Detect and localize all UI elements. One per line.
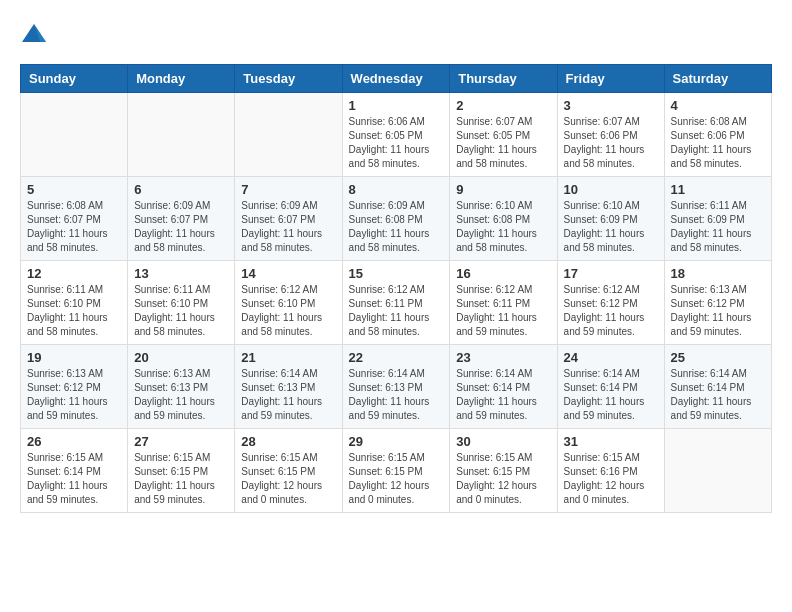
day-number: 13 — [134, 266, 228, 281]
calendar-cell: 25Sunrise: 6:14 AM Sunset: 6:14 PM Dayli… — [664, 345, 771, 429]
weekday-header: Saturday — [664, 65, 771, 93]
calendar-cell: 23Sunrise: 6:14 AM Sunset: 6:14 PM Dayli… — [450, 345, 557, 429]
day-number: 30 — [456, 434, 550, 449]
day-detail: Sunrise: 6:12 AM Sunset: 6:11 PM Dayligh… — [349, 283, 444, 339]
calendar-week-row: 26Sunrise: 6:15 AM Sunset: 6:14 PM Dayli… — [21, 429, 772, 513]
day-number: 4 — [671, 98, 765, 113]
calendar-cell: 20Sunrise: 6:13 AM Sunset: 6:13 PM Dayli… — [128, 345, 235, 429]
calendar-cell: 24Sunrise: 6:14 AM Sunset: 6:14 PM Dayli… — [557, 345, 664, 429]
day-detail: Sunrise: 6:09 AM Sunset: 6:07 PM Dayligh… — [134, 199, 228, 255]
day-detail: Sunrise: 6:14 AM Sunset: 6:13 PM Dayligh… — [241, 367, 335, 423]
calendar-cell: 3Sunrise: 6:07 AM Sunset: 6:06 PM Daylig… — [557, 93, 664, 177]
calendar-cell: 28Sunrise: 6:15 AM Sunset: 6:15 PM Dayli… — [235, 429, 342, 513]
day-number: 26 — [27, 434, 121, 449]
day-number: 21 — [241, 350, 335, 365]
weekday-header: Friday — [557, 65, 664, 93]
calendar-cell — [664, 429, 771, 513]
day-number: 10 — [564, 182, 658, 197]
day-number: 7 — [241, 182, 335, 197]
calendar-cell: 11Sunrise: 6:11 AM Sunset: 6:09 PM Dayli… — [664, 177, 771, 261]
day-detail: Sunrise: 6:09 AM Sunset: 6:08 PM Dayligh… — [349, 199, 444, 255]
day-number: 1 — [349, 98, 444, 113]
logo — [20, 20, 52, 48]
calendar-cell: 2Sunrise: 6:07 AM Sunset: 6:05 PM Daylig… — [450, 93, 557, 177]
calendar-week-row: 1Sunrise: 6:06 AM Sunset: 6:05 PM Daylig… — [21, 93, 772, 177]
calendar-cell — [21, 93, 128, 177]
day-detail: Sunrise: 6:07 AM Sunset: 6:05 PM Dayligh… — [456, 115, 550, 171]
day-number: 8 — [349, 182, 444, 197]
calendar-cell: 13Sunrise: 6:11 AM Sunset: 6:10 PM Dayli… — [128, 261, 235, 345]
day-detail: Sunrise: 6:12 AM Sunset: 6:12 PM Dayligh… — [564, 283, 658, 339]
calendar-table: SundayMondayTuesdayWednesdayThursdayFrid… — [20, 64, 772, 513]
day-detail: Sunrise: 6:11 AM Sunset: 6:10 PM Dayligh… — [134, 283, 228, 339]
day-detail: Sunrise: 6:08 AM Sunset: 6:06 PM Dayligh… — [671, 115, 765, 171]
calendar-cell: 14Sunrise: 6:12 AM Sunset: 6:10 PM Dayli… — [235, 261, 342, 345]
calendar-cell: 7Sunrise: 6:09 AM Sunset: 6:07 PM Daylig… — [235, 177, 342, 261]
day-number: 16 — [456, 266, 550, 281]
day-number: 19 — [27, 350, 121, 365]
day-number: 29 — [349, 434, 444, 449]
calendar-cell: 8Sunrise: 6:09 AM Sunset: 6:08 PM Daylig… — [342, 177, 450, 261]
day-number: 25 — [671, 350, 765, 365]
calendar-cell: 26Sunrise: 6:15 AM Sunset: 6:14 PM Dayli… — [21, 429, 128, 513]
day-detail: Sunrise: 6:15 AM Sunset: 6:14 PM Dayligh… — [27, 451, 121, 507]
weekday-header: Sunday — [21, 65, 128, 93]
calendar-cell: 18Sunrise: 6:13 AM Sunset: 6:12 PM Dayli… — [664, 261, 771, 345]
day-number: 20 — [134, 350, 228, 365]
calendar-cell: 4Sunrise: 6:08 AM Sunset: 6:06 PM Daylig… — [664, 93, 771, 177]
day-number: 3 — [564, 98, 658, 113]
calendar-cell: 17Sunrise: 6:12 AM Sunset: 6:12 PM Dayli… — [557, 261, 664, 345]
day-number: 9 — [456, 182, 550, 197]
day-number: 2 — [456, 98, 550, 113]
day-detail: Sunrise: 6:09 AM Sunset: 6:07 PM Dayligh… — [241, 199, 335, 255]
calendar-cell: 5Sunrise: 6:08 AM Sunset: 6:07 PM Daylig… — [21, 177, 128, 261]
calendar-week-row: 12Sunrise: 6:11 AM Sunset: 6:10 PM Dayli… — [21, 261, 772, 345]
day-detail: Sunrise: 6:06 AM Sunset: 6:05 PM Dayligh… — [349, 115, 444, 171]
day-detail: Sunrise: 6:15 AM Sunset: 6:15 PM Dayligh… — [134, 451, 228, 507]
day-detail: Sunrise: 6:11 AM Sunset: 6:09 PM Dayligh… — [671, 199, 765, 255]
day-detail: Sunrise: 6:12 AM Sunset: 6:10 PM Dayligh… — [241, 283, 335, 339]
calendar-cell: 10Sunrise: 6:10 AM Sunset: 6:09 PM Dayli… — [557, 177, 664, 261]
day-detail: Sunrise: 6:14 AM Sunset: 6:14 PM Dayligh… — [456, 367, 550, 423]
day-detail: Sunrise: 6:15 AM Sunset: 6:15 PM Dayligh… — [456, 451, 550, 507]
calendar-cell: 27Sunrise: 6:15 AM Sunset: 6:15 PM Dayli… — [128, 429, 235, 513]
calendar-cell: 21Sunrise: 6:14 AM Sunset: 6:13 PM Dayli… — [235, 345, 342, 429]
day-number: 23 — [456, 350, 550, 365]
calendar-cell — [235, 93, 342, 177]
day-number: 15 — [349, 266, 444, 281]
day-detail: Sunrise: 6:11 AM Sunset: 6:10 PM Dayligh… — [27, 283, 121, 339]
calendar-cell: 12Sunrise: 6:11 AM Sunset: 6:10 PM Dayli… — [21, 261, 128, 345]
day-detail: Sunrise: 6:15 AM Sunset: 6:15 PM Dayligh… — [349, 451, 444, 507]
page-header — [20, 20, 772, 48]
weekday-header: Monday — [128, 65, 235, 93]
calendar-cell: 9Sunrise: 6:10 AM Sunset: 6:08 PM Daylig… — [450, 177, 557, 261]
day-detail: Sunrise: 6:08 AM Sunset: 6:07 PM Dayligh… — [27, 199, 121, 255]
day-detail: Sunrise: 6:14 AM Sunset: 6:14 PM Dayligh… — [564, 367, 658, 423]
day-detail: Sunrise: 6:13 AM Sunset: 6:12 PM Dayligh… — [27, 367, 121, 423]
day-detail: Sunrise: 6:07 AM Sunset: 6:06 PM Dayligh… — [564, 115, 658, 171]
calendar-cell: 19Sunrise: 6:13 AM Sunset: 6:12 PM Dayli… — [21, 345, 128, 429]
day-detail: Sunrise: 6:13 AM Sunset: 6:13 PM Dayligh… — [134, 367, 228, 423]
day-number: 18 — [671, 266, 765, 281]
day-detail: Sunrise: 6:13 AM Sunset: 6:12 PM Dayligh… — [671, 283, 765, 339]
day-number: 24 — [564, 350, 658, 365]
calendar-week-row: 5Sunrise: 6:08 AM Sunset: 6:07 PM Daylig… — [21, 177, 772, 261]
logo-icon — [20, 20, 48, 48]
calendar-cell: 31Sunrise: 6:15 AM Sunset: 6:16 PM Dayli… — [557, 429, 664, 513]
day-number: 14 — [241, 266, 335, 281]
calendar-cell: 29Sunrise: 6:15 AM Sunset: 6:15 PM Dayli… — [342, 429, 450, 513]
day-detail: Sunrise: 6:12 AM Sunset: 6:11 PM Dayligh… — [456, 283, 550, 339]
calendar-cell: 1Sunrise: 6:06 AM Sunset: 6:05 PM Daylig… — [342, 93, 450, 177]
day-detail: Sunrise: 6:15 AM Sunset: 6:15 PM Dayligh… — [241, 451, 335, 507]
day-detail: Sunrise: 6:10 AM Sunset: 6:09 PM Dayligh… — [564, 199, 658, 255]
day-detail: Sunrise: 6:15 AM Sunset: 6:16 PM Dayligh… — [564, 451, 658, 507]
day-number: 12 — [27, 266, 121, 281]
calendar-cell: 16Sunrise: 6:12 AM Sunset: 6:11 PM Dayli… — [450, 261, 557, 345]
calendar-cell: 22Sunrise: 6:14 AM Sunset: 6:13 PM Dayli… — [342, 345, 450, 429]
day-number: 31 — [564, 434, 658, 449]
day-number: 5 — [27, 182, 121, 197]
day-number: 17 — [564, 266, 658, 281]
weekday-header: Tuesday — [235, 65, 342, 93]
calendar-cell — [128, 93, 235, 177]
day-detail: Sunrise: 6:14 AM Sunset: 6:13 PM Dayligh… — [349, 367, 444, 423]
